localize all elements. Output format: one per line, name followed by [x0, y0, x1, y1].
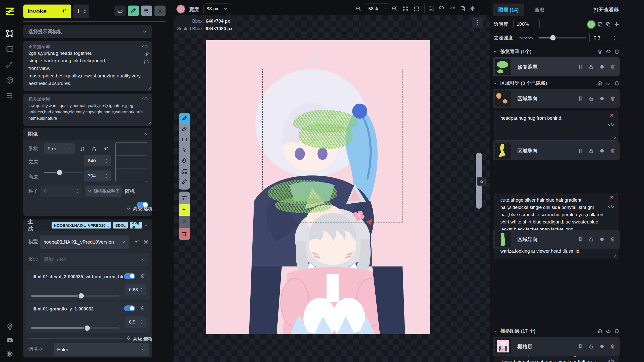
regional-prompt-box-2[interactable]: cute,ahoge,silver hair,blue hair,gradien… — [495, 193, 618, 259]
lock-icon[interactable] — [588, 96, 594, 101]
scheduler-select[interactable]: Euler — [54, 343, 149, 356]
undo-button[interactable] — [438, 6, 445, 12]
bbox-tool[interactable] — [179, 166, 190, 176]
swap-dimensions-icon[interactable] — [79, 146, 85, 152]
bookmark-icon[interactable] — [578, 96, 583, 101]
lora-weight-input[interactable]: 0.68 — [125, 284, 146, 295]
delete-tool[interactable] — [179, 228, 190, 240]
lock-icon[interactable] — [588, 344, 594, 349]
frame-icon[interactable] — [614, 329, 620, 334]
invoke-button[interactable]: Invoke — [23, 5, 71, 18]
advanced-options-label[interactable]: 高级 选项 — [133, 336, 152, 342]
lora-enabled-toggle[interactable] — [124, 273, 135, 279]
raster-group-header[interactable]: 栅格图层 (17 个) — [493, 327, 620, 335]
lora-weight-input[interactable]: 0.9 — [125, 316, 146, 328]
model-sparkle-icon[interactable] — [134, 239, 140, 245]
lora-weight-slider[interactable] — [31, 327, 119, 329]
delete-lora-icon[interactable] — [140, 273, 145, 279]
tab-gallery[interactable]: 画廊 — [526, 4, 553, 16]
opacity-select[interactable]: 100% — [513, 19, 540, 29]
panel-collapse-button[interactable] — [477, 177, 486, 186]
zoom-in-button[interactable] — [391, 6, 397, 12]
denoise-slider[interactable] — [539, 37, 586, 38]
new-session-button[interactable] — [460, 6, 466, 12]
resize-handle[interactable] — [147, 86, 151, 89]
prompt-template-select[interactable]: 选择提示词模板 — [23, 25, 152, 38]
seed-input[interactable]: 0 — [40, 186, 82, 197]
positive-prompt-text[interactable]: 2girls,yuri,hug,heads together, simple b… — [28, 50, 142, 87]
visibility-icon[interactable] — [606, 329, 611, 334]
visibility-icon[interactable] — [606, 49, 611, 54]
sidebar-item-canvas[interactable] — [6, 29, 14, 38]
model-select[interactable]: noobaiXLNAIXL_vPred10Version — [40, 236, 129, 249]
height-input[interactable]: 704 — [84, 170, 111, 182]
invoke-region-tool[interactable] — [179, 204, 190, 216]
layer-color-indicator[interactable] — [599, 96, 605, 101]
video-tutorials-button[interactable] — [6, 336, 14, 344]
brush-tool[interactable] — [179, 113, 190, 124]
canvas-brush-mode-button[interactable] — [128, 6, 139, 16]
layer-color-indicator[interactable] — [599, 148, 605, 154]
code-toggle-icon[interactable]: </> — [608, 122, 615, 127]
positive-prompt-box[interactable]: 正向提示词 </> { } 2girls,yuri,hug,heads toge… — [23, 41, 152, 91]
code-toggle-icon[interactable]: </> — [142, 96, 149, 101]
bookmark-icon[interactable] — [578, 148, 583, 154]
move-tool[interactable] — [179, 145, 190, 155]
gallery-image-button[interactable] — [114, 6, 126, 16]
regional-group-header[interactable]: 区域引导 (3 个已隐藏) — [493, 79, 620, 87]
collapse-icon[interactable] — [144, 223, 148, 228]
layer-color-indicator[interactable] — [599, 64, 605, 70]
sidebar-item-models[interactable] — [6, 76, 14, 84]
optimize-size-icon[interactable] — [103, 146, 109, 152]
regional-prompt-box-1[interactable]: headpat,hug,hug from behind, × </> — [495, 111, 618, 141]
code-toggle-icon[interactable]: </> — [142, 44, 149, 49]
redo-button[interactable] — [449, 6, 455, 12]
collapse-icon[interactable] — [143, 131, 148, 137]
add-layer-icon[interactable] — [614, 21, 620, 27]
negative-prompt-box[interactable]: 负向提示词 </> low quality,worst quality,norm… — [23, 94, 152, 126]
menu-button[interactable] — [141, 6, 152, 16]
delete-layer-icon[interactable] — [610, 237, 616, 242]
width-input[interactable]: 640 — [84, 155, 111, 166]
layer-row-regional-3[interactable]: 区域导向 — [493, 230, 620, 249]
lora-enabled-toggle[interactable] — [124, 305, 135, 311]
lock-aspect-icon[interactable] — [91, 146, 97, 152]
layer-row-regional-1[interactable]: 区域导向 — [493, 89, 620, 108]
layer-row-raster[interactable]: 栅格层 — [493, 337, 620, 356]
settings-button[interactable] — [6, 350, 14, 358]
frame-icon[interactable] — [614, 49, 620, 54]
color-picker-tool[interactable] — [179, 176, 190, 187]
open-viewer-button[interactable]: 打开查看器 — [594, 4, 619, 16]
advanced-toggle-icon[interactable] — [126, 205, 131, 210]
code-toggle-icon[interactable]: </> — [608, 359, 615, 362]
eraser-tool[interactable] — [179, 124, 190, 134]
negative-prompt-text[interactable]: low quality,worst quality,normal quality… — [28, 103, 149, 121]
merge-layers-icon[interactable] — [597, 329, 602, 334]
braces-icon[interactable]: { } — [144, 60, 149, 65]
cancel-queue-button[interactable] — [154, 6, 166, 16]
layer-color-indicator[interactable] — [599, 237, 605, 242]
save-canvas-button[interactable] — [428, 6, 434, 12]
rect-tool[interactable] — [179, 134, 190, 145]
fit-bbox-button[interactable] — [414, 6, 420, 12]
delete-layer-icon[interactable] — [610, 96, 616, 101]
width-slider[interactable] — [44, 172, 82, 173]
delete-layer-icon[interactable] — [610, 344, 616, 349]
remove-prompt-icon[interactable]: × — [610, 113, 614, 118]
delete-layer-icon[interactable] — [610, 148, 616, 154]
fit-view-button[interactable] — [403, 6, 409, 12]
denoise-input[interactable]: 0.3 — [589, 33, 619, 43]
lock-icon[interactable] — [588, 237, 594, 242]
brush-color-swatch[interactable] — [177, 5, 185, 13]
code-toggle-icon[interactable]: </> — [608, 204, 615, 209]
model-settings-icon[interactable] — [143, 239, 149, 245]
layer-color-swatch[interactable] — [587, 21, 595, 28]
regional-prompt-text[interactable]: headpat,hug,hug from behind, — [495, 111, 618, 124]
canvas-settings-button[interactable] — [469, 6, 475, 12]
resize-handle[interactable] — [613, 135, 616, 139]
visibility-off-icon[interactable] — [606, 81, 611, 86]
bookmark-icon[interactable] — [578, 237, 583, 242]
layer-row-inpaint[interactable]: 修复遮罩 — [493, 57, 620, 76]
canvas-menu-button[interactable]: ⋮ — [472, 17, 483, 28]
sidebar-item-queue[interactable] — [6, 92, 14, 100]
